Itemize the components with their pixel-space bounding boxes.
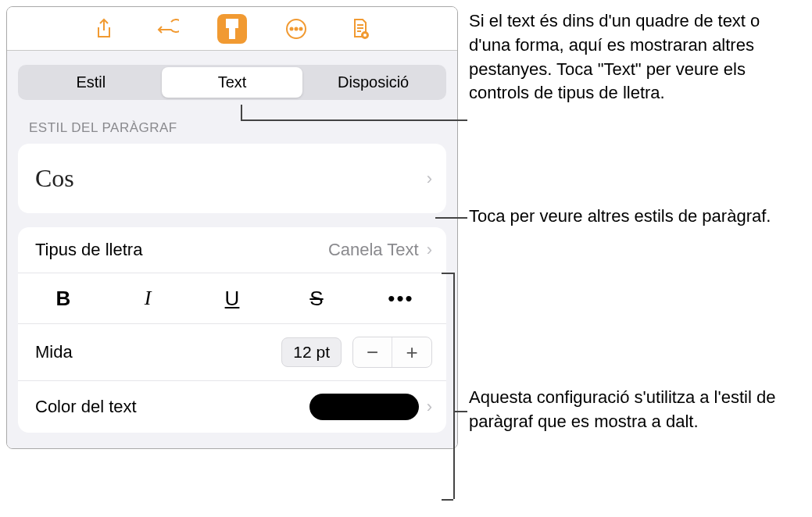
panel-body: Estil Text Disposició ESTIL DEL PARÀGRAF… — [7, 51, 457, 448]
more-button[interactable] — [281, 14, 311, 44]
font-label: Tipus de lletra — [35, 240, 142, 260]
tab-style[interactable]: Estil — [20, 67, 162, 98]
svg-point-3 — [300, 27, 302, 30]
format-panel: Estil Text Disposició ESTIL DEL PARÀGRAF… — [6, 6, 458, 449]
brush-icon — [222, 18, 242, 40]
callout-line — [241, 119, 467, 121]
svg-point-5 — [363, 34, 367, 37]
callout-line — [435, 217, 467, 219]
document-button[interactable] — [345, 14, 375, 44]
annotation-tabs: Si el text és dins d'un quadre de text o… — [469, 9, 797, 105]
paragraph-style-row[interactable]: Cos › — [18, 144, 446, 213]
share-button[interactable] — [89, 14, 119, 44]
size-label: Mida — [35, 342, 73, 362]
more-icon — [285, 18, 307, 40]
strikethrough-button[interactable]: S — [285, 281, 348, 316]
paragraph-style-name: Cos — [35, 164, 74, 193]
bold-button[interactable]: B — [32, 281, 95, 316]
size-decrease-button[interactable]: − — [353, 337, 392, 367]
format-button[interactable] — [217, 14, 247, 44]
font-value-wrap: Canela Text › — [328, 240, 432, 260]
size-increase-button[interactable]: + — [392, 337, 431, 367]
chevron-right-icon: › — [427, 397, 432, 417]
chevron-right-icon: › — [427, 169, 432, 189]
tab-text[interactable]: Text — [162, 67, 303, 98]
size-value[interactable]: 12 pt — [281, 337, 342, 367]
document-icon — [351, 18, 370, 40]
italic-button[interactable]: I — [116, 281, 179, 316]
size-row: Mida 12 pt − + — [18, 324, 446, 381]
svg-point-2 — [295, 27, 298, 30]
font-settings-card: Tipus de lletra Canela Text › B I U S ••… — [18, 227, 446, 433]
callout-line — [453, 273, 455, 499]
font-value: Canela Text — [328, 240, 419, 260]
segmented-control: Estil Text Disposició — [18, 65, 446, 100]
callout-line — [442, 499, 453, 501]
undo-icon — [157, 19, 179, 39]
size-controls: 12 pt − + — [281, 337, 432, 368]
font-row[interactable]: Tipus de lletra Canela Text › — [18, 227, 446, 273]
underline-button[interactable]: U — [201, 281, 263, 316]
text-color-value-wrap: › — [309, 394, 432, 420]
paragraph-section-label: ESTIL DEL PARÀGRAF — [29, 120, 446, 136]
annotation-settings: Aquesta configuració s'utilitza a l'esti… — [469, 386, 797, 434]
text-color-label: Color del text — [35, 397, 137, 417]
toolbar — [7, 7, 457, 51]
color-swatch[interactable] — [309, 394, 419, 420]
svg-point-1 — [291, 27, 293, 30]
size-stepper: − + — [352, 337, 432, 368]
more-styles-button[interactable]: ••• — [370, 281, 432, 316]
paragraph-style-card: Cos › — [18, 144, 446, 213]
share-icon — [95, 18, 113, 40]
undo-button[interactable] — [153, 14, 183, 44]
callout-line — [453, 411, 467, 412]
text-style-buttons: B I U S ••• — [18, 273, 446, 324]
text-color-row[interactable]: Color del text › — [18, 381, 446, 433]
annotation-paragraph: Toca per veure altres estils de paràgraf… — [469, 205, 797, 229]
tab-layout[interactable]: Disposició — [302, 67, 444, 98]
callout-line — [241, 105, 242, 119]
callout-line — [442, 273, 453, 274]
chevron-right-icon: › — [427, 240, 432, 260]
